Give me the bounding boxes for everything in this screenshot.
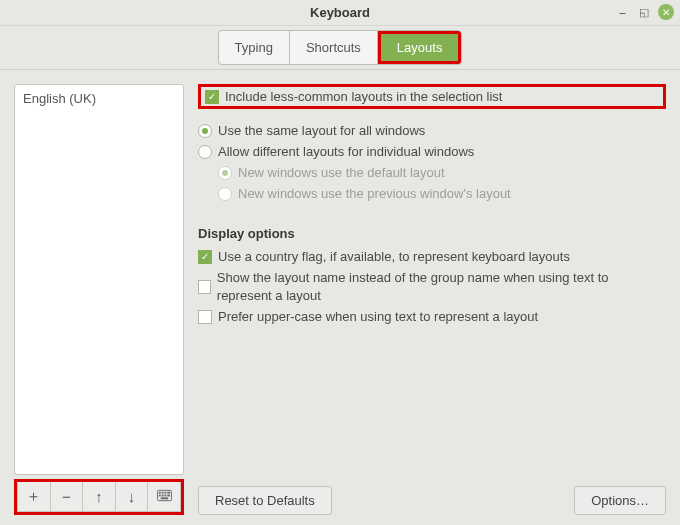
svg-rect-8 (167, 495, 170, 497)
show-keyboard-button[interactable] (148, 482, 180, 511)
tabs: Typing Shortcuts Layouts (218, 30, 463, 65)
svg-rect-9 (160, 497, 168, 499)
country-flag-checkbox[interactable] (198, 250, 212, 264)
maximize-icon[interactable]: ◱ (636, 4, 652, 20)
new-default-row: New windows use the default layout (218, 164, 666, 182)
show-layout-name-label: Show the layout name instead of the grou… (217, 269, 666, 305)
svg-rect-1 (159, 492, 161, 494)
tabbar: Typing Shortcuts Layouts (0, 26, 680, 70)
allow-different-radio[interactable] (198, 145, 212, 159)
new-default-radio (218, 166, 232, 180)
active-tab-highlight: Layouts (378, 31, 462, 64)
options-button[interactable]: Options… (574, 486, 666, 515)
remove-layout-button[interactable]: − (51, 482, 84, 511)
use-same-layout-label: Use the same layout for all windows (218, 122, 425, 140)
allow-different-label: Allow different layouts for individual w… (218, 143, 474, 161)
arrow-down-icon: ↓ (128, 488, 136, 505)
tab-layouts[interactable]: Layouts (381, 34, 459, 61)
svg-rect-6 (161, 495, 163, 497)
window-controls: ‒ ◱ ✕ (614, 4, 674, 20)
minimize-icon[interactable]: ‒ (614, 4, 630, 20)
window-layout-group: Use the same layout for all windows Allo… (198, 119, 666, 206)
move-down-button[interactable]: ↓ (116, 482, 149, 511)
svg-rect-2 (161, 492, 163, 494)
window-title: Keyboard (310, 5, 370, 20)
include-less-common-checkbox[interactable] (205, 90, 219, 104)
keyboard-icon (157, 488, 172, 505)
content-area: English (UK) ＋ − ↑ ↓ I (0, 70, 680, 525)
svg-rect-3 (164, 492, 166, 494)
country-flag-label: Use a country flag, if available, to rep… (218, 248, 570, 266)
add-layout-button[interactable]: ＋ (18, 482, 51, 511)
new-previous-row: New windows use the previous window's la… (218, 185, 666, 203)
include-less-common-highlight: Include less-common layouts in the selec… (198, 84, 666, 109)
new-previous-label: New windows use the previous window's la… (238, 185, 511, 203)
sidebar-buttons: ＋ − ↑ ↓ (17, 482, 181, 512)
reset-defaults-button[interactable]: Reset to Defaults (198, 486, 332, 515)
svg-rect-4 (167, 492, 170, 494)
prefer-upper-label: Prefer upper-case when using text to rep… (218, 308, 538, 326)
layout-list[interactable]: English (UK) (14, 84, 184, 475)
plus-icon: ＋ (26, 487, 41, 506)
settings-panel: Include less-common layouts in the selec… (198, 84, 666, 515)
svg-rect-5 (159, 495, 161, 497)
show-layout-name-row[interactable]: Show the layout name instead of the grou… (198, 269, 666, 305)
new-previous-radio (218, 187, 232, 201)
keyboard-window: Keyboard ‒ ◱ ✕ Typing Shortcuts Layouts … (0, 0, 680, 525)
allow-different-row[interactable]: Allow different layouts for individual w… (198, 143, 666, 161)
sidebar-buttons-highlight: ＋ − ↑ ↓ (14, 479, 184, 515)
show-layout-name-checkbox[interactable] (198, 280, 211, 294)
new-default-label: New windows use the default layout (238, 164, 445, 182)
prefer-upper-checkbox[interactable] (198, 310, 212, 324)
tab-shortcuts[interactable]: Shortcuts (290, 31, 378, 64)
arrow-up-icon: ↑ (95, 488, 103, 505)
include-less-common-label: Include less-common layouts in the selec… (225, 89, 502, 104)
close-icon[interactable]: ✕ (658, 4, 674, 20)
prefer-upper-row[interactable]: Prefer upper-case when using text to rep… (198, 308, 666, 326)
use-same-layout-row[interactable]: Use the same layout for all windows (198, 122, 666, 140)
country-flag-row[interactable]: Use a country flag, if available, to rep… (198, 248, 666, 266)
move-up-button[interactable]: ↑ (83, 482, 116, 511)
footer: Reset to Defaults Options… (198, 486, 666, 515)
svg-rect-7 (164, 495, 166, 497)
list-item[interactable]: English (UK) (21, 89, 177, 108)
titlebar: Keyboard ‒ ◱ ✕ (0, 0, 680, 26)
minus-icon: − (62, 488, 71, 505)
display-options-heading: Display options (198, 226, 666, 241)
display-options-group: Use a country flag, if available, to rep… (198, 245, 666, 329)
use-same-layout-radio[interactable] (198, 124, 212, 138)
layout-sidebar: English (UK) ＋ − ↑ ↓ (14, 84, 184, 515)
tab-typing[interactable]: Typing (219, 31, 290, 64)
